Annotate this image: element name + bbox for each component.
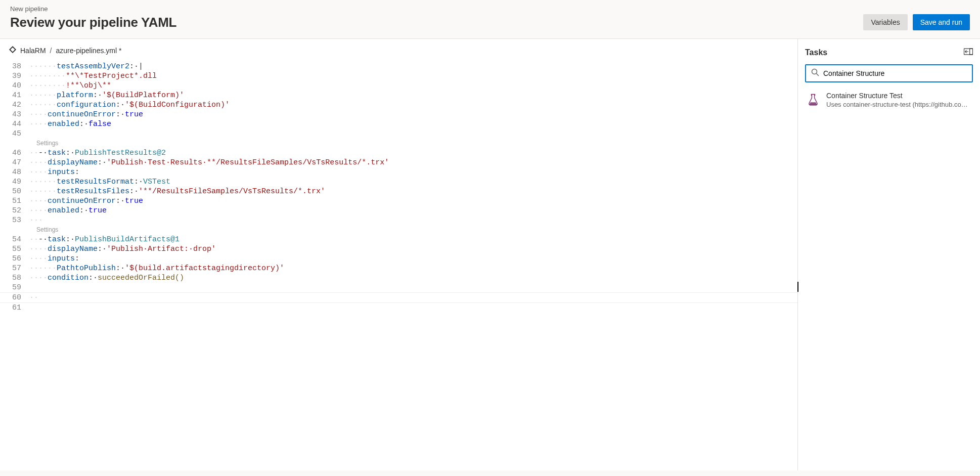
header-actions: Variables Save and run [863,14,970,30]
breadcrumb: New pipeline [10,5,176,13]
line-content[interactable]: ······testResultsFormat:·VSTest [29,177,797,187]
file-name[interactable]: azure-pipelines.yml * [56,47,121,55]
line-number: 40 [0,81,29,91]
line-content[interactable]: ······platform:·'$(BuildPlatform)' [29,91,797,100]
variables-button[interactable]: Variables [863,14,907,30]
line-content[interactable]: ··-·task:·PublishBuildArtifacts@1 [29,235,797,244]
code-line[interactable]: 54··-·task:·PublishBuildArtifacts@1 [0,235,797,244]
line-content[interactable]: ····enabled:·true [29,206,797,215]
line-content[interactable]: ······configuration:·'$(BuildConfigurati… [29,100,797,110]
line-content[interactable]: ········**\*TestProject*.dll [29,71,797,81]
page-header: New pipeline Review your pipeline YAML V… [0,0,980,39]
code-line[interactable]: 57······PathtoPublish:·'$(build.artifact… [0,264,797,273]
line-number: 51 [0,196,29,206]
line-content[interactable]: ······PathtoPublish:·'$(build.artifactst… [29,264,797,273]
line-content[interactable]: ··· [29,215,797,225]
code-line[interactable]: 41······platform:·'$(BuildPlatform)' [0,91,797,100]
line-content[interactable]: ····inputs: [29,254,797,264]
line-number: 52 [0,206,29,215]
main: HalaRM / azure-pipelines.yml * 38······t… [0,39,980,470]
line-number: 39 [0,71,29,81]
file-bar: HalaRM / azure-pipelines.yml * [0,39,797,62]
code-line[interactable]: 47····displayName:·'Publish·Test·Results… [0,158,797,167]
panel-resize-handle[interactable] [797,282,798,292]
task-result-desc: Uses container-structure-test (https://g… [826,101,968,108]
codelens-settings[interactable]: Settings [7,225,797,235]
tasks-heading: Tasks [805,48,827,57]
editor-pane: HalaRM / azure-pipelines.yml * 38······t… [0,39,798,470]
page-title: Review your pipeline YAML [10,15,176,30]
line-number: 49 [0,177,29,187]
line-number: 61 [0,303,29,313]
code-line[interactable]: 55····displayName:·'Publish·Artifact:·dr… [0,244,797,254]
code-line[interactable]: 46··-·task:·PublishTestResults@2 [0,148,797,158]
line-number: 44 [0,119,29,129]
search-icon [811,68,819,78]
header-left: New pipeline Review your pipeline YAML [10,5,176,30]
line-number: 60 [0,293,29,302]
code-line[interactable]: 53··· [0,215,797,225]
code-line[interactable]: 61 [0,303,797,313]
line-number: 55 [0,244,29,254]
code-line[interactable]: 60·· [0,292,797,303]
breadcrumb-sep: / [50,47,52,55]
beaker-icon [806,92,820,109]
code-line[interactable]: 42······configuration:·'$(BuildConfigura… [0,100,797,110]
codelens-settings[interactable]: Settings [7,139,797,148]
save-and-run-button[interactable]: Save and run [913,14,970,30]
line-content[interactable]: ····displayName:·'Publish·Test·Results·*… [29,158,797,167]
task-results-list: Container Structure Test Uses container-… [805,90,973,111]
line-number: 59 [0,283,29,292]
code-line[interactable]: 45 [0,129,797,139]
line-content[interactable]: ··-·task:·PublishTestResults@2 [29,148,797,158]
line-content[interactable]: ····continueOnError:·true [29,196,797,206]
code-line[interactable]: 48····inputs: [0,167,797,177]
code-line[interactable]: 40········!**\obj\** [0,81,797,91]
task-search-box[interactable] [805,64,973,82]
code-line[interactable]: 49······testResultsFormat:·VSTest [0,177,797,187]
line-number: 38 [0,62,29,71]
line-number: 58 [0,273,29,283]
line-number: 45 [0,129,29,139]
line-number: 47 [0,158,29,167]
code-line[interactable]: 43····continueOnError:·true [0,110,797,119]
task-result-title: Container Structure Test [826,92,968,100]
line-content[interactable]: ·· [29,293,797,302]
task-result-item[interactable]: Container Structure Test Uses container-… [805,90,973,111]
line-content[interactable]: ······testResultsFiles:·'**/ResultsFileS… [29,187,797,196]
code-line[interactable]: 50······testResultsFiles:·'**/ResultsFil… [0,187,797,196]
code-line[interactable]: 56····inputs: [0,254,797,264]
line-number: 53 [0,215,29,225]
svg-line-3 [817,74,819,76]
code-line[interactable]: 44····enabled:·false [0,119,797,129]
svg-rect-1 [970,49,973,55]
fullscreen-icon[interactable] [964,48,973,57]
line-content[interactable]: ····inputs: [29,167,797,177]
line-content[interactable]: ····displayName:·'Publish·Artifact:·drop… [29,244,797,254]
repo-name[interactable]: HalaRM [20,47,46,55]
code-line[interactable]: 59 [0,283,797,292]
line-content[interactable]: ····enabled:·false [29,119,797,129]
code-line[interactable]: 58····condition:·succeededOrFailed() [0,273,797,283]
line-number: 50 [0,187,29,196]
code-line[interactable]: 39········**\*TestProject*.dll [0,71,797,81]
line-number: 48 [0,167,29,177]
line-content[interactable]: ······testAssemblyVer2:·| [29,62,797,71]
code-line[interactable]: 38······testAssemblyVer2:·| [0,62,797,71]
line-content[interactable]: ····continueOnError:·true [29,110,797,119]
code-line[interactable]: 51····continueOnError:·true [0,196,797,206]
code-line[interactable]: 52····enabled:·true [0,206,797,215]
line-number: 43 [0,110,29,119]
tasks-panel: Tasks Container Structure Test Uses cont… [798,39,980,470]
task-search-input[interactable] [823,69,967,77]
line-number: 46 [0,148,29,158]
code-editor[interactable]: 38······testAssemblyVer2:·|39········**\… [0,62,797,470]
line-number: 56 [0,254,29,264]
svg-point-2 [812,69,817,74]
repo-icon [9,46,16,55]
line-number: 54 [0,235,29,244]
line-number: 42 [0,100,29,110]
line-number: 41 [0,91,29,100]
line-content[interactable]: ····condition:·succeededOrFailed() [29,273,797,283]
line-content[interactable]: ········!**\obj\** [29,81,797,91]
